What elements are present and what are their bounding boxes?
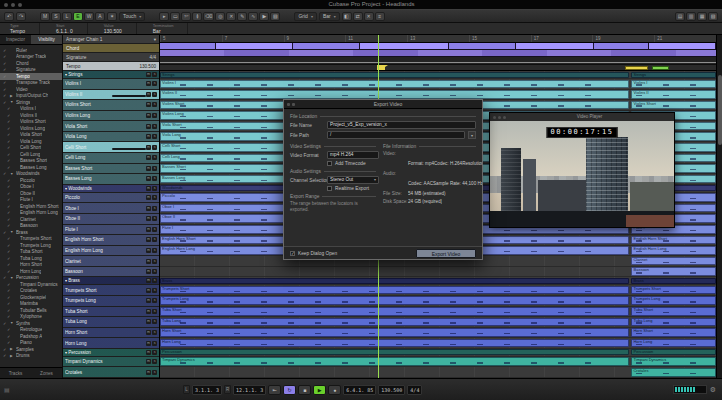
midi-clip[interactable]: Trumpets Short [631, 286, 716, 295]
track-header-row[interactable]: Timpani Dynamics m s [63, 357, 159, 368]
timeline-ruler[interactable]: 579111315171921 [160, 35, 716, 43]
track-header-row[interactable]: Flute I m s [63, 225, 159, 236]
solo-button[interactable]: s [152, 309, 157, 314]
check-icon[interactable]: ✓ [7, 236, 12, 241]
disclosure-icon[interactable]: ▼ [10, 172, 14, 176]
mute-button[interactable]: m [146, 237, 151, 242]
track-lane[interactable]: Trumpets ShortTrumpets Short [160, 285, 716, 296]
mute-button[interactable]: m [146, 248, 151, 253]
check-icon[interactable]: ✓ [3, 347, 8, 352]
solo-button[interactable]: s [152, 248, 157, 253]
export-video-dialog[interactable]: Export Video File Location File Name Pro… [283, 99, 483, 260]
midi-clip[interactable]: Strings [631, 72, 716, 78]
automation-state-button[interactable]: A [95, 12, 105, 21]
arranger-segment[interactable] [216, 43, 294, 49]
track-header-row[interactable]: Celli Long m s [63, 153, 159, 164]
mute-button[interactable]: m [146, 206, 151, 211]
mute-button[interactable]: m [146, 319, 151, 324]
disclosure-icon[interactable]: ▶ [10, 94, 14, 98]
check-icon[interactable]: ✓ [7, 210, 12, 215]
track-header-row[interactable]: Trumpets Long m s [63, 296, 159, 307]
track-header-row[interactable]: Woodwinds m s [63, 185, 159, 193]
solo-button[interactable]: s [152, 259, 157, 264]
video-format-field[interactable]: mp4 H.264 [327, 151, 379, 159]
automation-state-button[interactable]: S [51, 12, 61, 21]
tool-button[interactable]: ⌫ [203, 12, 214, 21]
video-player-window[interactable]: Video Player 00:00:17:15 [489, 112, 675, 228]
visibility-list-item[interactable]: ✓ ▶ Drums [0, 353, 62, 360]
mute-button[interactable]: m [146, 186, 151, 191]
check-icon[interactable]: ✓ [7, 314, 12, 319]
snap-option-button[interactable]: ≡ [375, 12, 385, 21]
check-icon[interactable]: ✓ [7, 295, 12, 300]
track-header-row[interactable]: Percussion m s [63, 349, 159, 357]
workspace-button[interactable]: ▥ [686, 12, 696, 21]
midi-clip[interactable]: Violins II [160, 90, 629, 99]
track-header-row[interactable]: Celli Short m s [63, 142, 159, 153]
keep-dialog-open-checkbox[interactable]: ✓ [290, 251, 295, 256]
mute-button[interactable]: m [146, 370, 151, 375]
track-lane[interactable]: BrassBrass [160, 277, 716, 285]
track-header-row[interactable]: Strings m s [63, 71, 159, 79]
video-minimize-button[interactable] [498, 116, 501, 119]
disclosure-icon[interactable]: ▼ [10, 230, 14, 234]
midi-clip[interactable]: Violins II [631, 90, 716, 99]
time-signature-field[interactable]: 4/4 [407, 385, 422, 395]
tool-button[interactable]: ✎ [237, 12, 247, 21]
mute-button[interactable]: m [146, 166, 151, 171]
left-locator-tag[interactable]: L [183, 385, 190, 394]
solo-button[interactable]: s [152, 237, 157, 242]
snap-option-button[interactable]: ◧ [342, 12, 352, 21]
tool-button[interactable]: ∿ [248, 12, 258, 21]
track-lane[interactable]: Tuba ShortTuba Short [160, 307, 716, 318]
solo-button[interactable]: s [152, 319, 157, 324]
check-icon[interactable]: ✓ [3, 100, 8, 105]
solo-button[interactable]: s [152, 166, 157, 171]
undo-button[interactable]: ↶ [4, 12, 14, 21]
track-lane[interactable]: Violins IViolins I [160, 79, 716, 90]
infoline-field[interactable]: Value 130.500 [104, 23, 137, 34]
midi-clip[interactable]: Tuba Short [631, 307, 716, 316]
file-path-input[interactable]: / [327, 131, 465, 139]
track-header-row[interactable]: Viola Long m s [63, 132, 159, 143]
midi-clip[interactable]: Trumpets Short [160, 286, 629, 295]
record-button[interactable]: ● [328, 385, 341, 395]
midi-clip[interactable]: Horn Short [631, 328, 716, 337]
mute-button[interactable]: m [146, 195, 151, 200]
check-icon[interactable]: ✓ [7, 158, 12, 163]
tempo-lane[interactable] [160, 57, 716, 65]
track-header-row[interactable]: Basses Long m s [63, 174, 159, 185]
track-header-row[interactable]: Tuba Long m s [63, 317, 159, 328]
check-icon[interactable]: ✓ [3, 230, 8, 235]
mute-button[interactable]: m [146, 269, 151, 274]
video-close-button[interactable] [493, 116, 496, 119]
tool-button[interactable]: ✄ [181, 12, 191, 21]
midi-clip[interactable]: Timpani Dynamics [160, 357, 629, 366]
mute-button[interactable]: m [146, 113, 151, 118]
solo-button[interactable]: s [152, 350, 157, 355]
track-header-row[interactable]: Oboe II m s [63, 214, 159, 225]
midi-clip[interactable]: Trumpets Long [631, 296, 716, 305]
mute-button[interactable]: m [146, 155, 151, 160]
solo-button[interactable]: s [152, 124, 157, 129]
track-header-row[interactable]: Crotales m s [63, 367, 159, 378]
check-icon[interactable]: ✓ [7, 145, 12, 150]
add-timecode-checkbox[interactable] [327, 161, 332, 166]
tool-button[interactable]: ▶ [259, 12, 269, 21]
midi-clip[interactable]: Crotales [631, 368, 716, 377]
arranger-track-header[interactable]: Arranger Chain 1 ▾ [63, 35, 159, 44]
check-icon[interactable]: ✓ [7, 223, 12, 228]
disclosure-icon[interactable]: ▼ [10, 276, 14, 280]
window-close-button[interactable] [4, 3, 8, 7]
check-icon[interactable]: ✓ [7, 327, 12, 332]
check-icon[interactable]: ✓ [7, 249, 12, 254]
tab-inspector[interactable]: Inspector [0, 35, 31, 44]
check-icon[interactable]: ✓ [3, 171, 8, 176]
mute-button[interactable]: m [146, 216, 151, 221]
window-zoom-button[interactable] [18, 3, 22, 7]
solo-button[interactable]: s [152, 278, 157, 283]
visibility-list-item[interactable]: ✓ Timpani Dynamics [0, 281, 62, 288]
check-icon[interactable]: ✓ [7, 288, 12, 293]
arranger-segment[interactable] [293, 43, 360, 49]
video-zoom-button[interactable] [503, 116, 506, 119]
